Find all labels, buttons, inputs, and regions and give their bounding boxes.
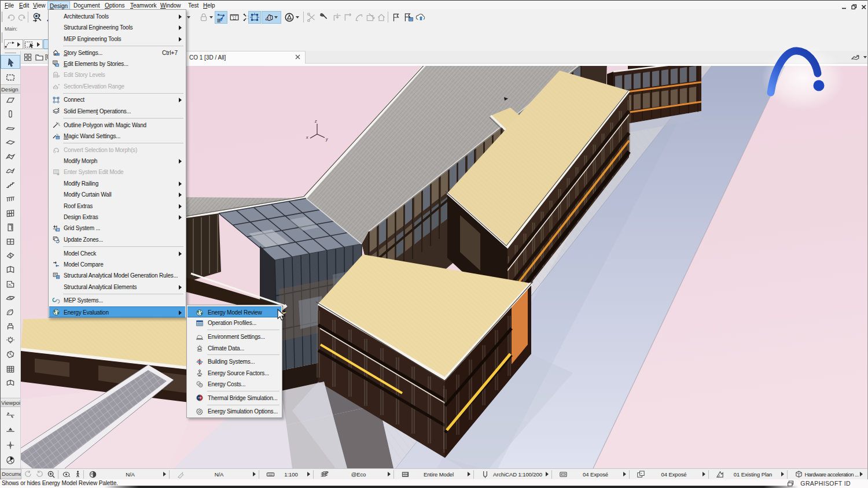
menubar-item-edit[interactable]: Edit [17, 1, 31, 10]
tool-lamp[interactable] [5, 335, 16, 346]
quickbar-structure-display-value[interactable]: Entire Model [410, 471, 468, 478]
close-button[interactable] [861, 2, 867, 8]
transform-dropdown-button[interactable] [4, 39, 23, 49]
tool-curtain-wall[interactable] [5, 208, 16, 219]
tool-object[interactable] [5, 321, 16, 331]
menu-item-modify-curtain-wall[interactable]: Modify Curtain Wall [49, 189, 185, 200]
submenu-item-energy-costs[interactable]: %Energy Costs... [187, 379, 281, 390]
tool-zone[interactable] [5, 279, 16, 289]
menubar-item-design[interactable]: Design [47, 1, 70, 10]
tool-interior-elevation[interactable] [5, 440, 16, 450]
menubar-item-file[interactable]: File [3, 1, 16, 10]
tool-section[interactable] [5, 410, 16, 420]
tool-marquee[interactable] [5, 72, 16, 83]
tool-stair[interactable] [5, 180, 16, 190]
toolbox-grip[interactable] [5, 53, 16, 53]
toolbar-edit-nodes-button[interactable] [248, 11, 261, 24]
tool-wall[interactable] [5, 95, 16, 105]
menu-item-structural-analytical-model-generation-rules[interactable]: Structural Analytical Model Generation R… [49, 270, 185, 281]
arrow-tool-selected[interactable] [1, 55, 20, 69]
toolbar-find-select-button[interactable] [31, 11, 43, 24]
quickbar-zoom-button[interactable] [47, 470, 56, 479]
dropdown-caret-icon[interactable] [296, 16, 299, 19]
tool-cw-system[interactable] [5, 364, 16, 374]
tab-close-icon[interactable] [295, 54, 300, 61]
tool-column[interactable] [5, 109, 16, 119]
tool-roof[interactable] [5, 151, 16, 162]
quickbar-scale-value[interactable]: 1:100 [275, 471, 307, 478]
menu-item-magic-wand-settings[interactable]: Magic Wand Settings... [49, 131, 185, 142]
submenu-item-energy-simulation-options[interactable]: Energy Simulation Options... [187, 406, 281, 417]
quickbar-renovation-filter-value[interactable]: 01 Existing Plan [724, 471, 781, 478]
tool-opening[interactable] [5, 378, 16, 388]
menu-item-model-check[interactable]: Model Check [49, 248, 185, 259]
quickbar-layer-combination-expand[interactable] [388, 472, 391, 476]
tool-door[interactable] [5, 222, 16, 232]
toolbar-suspend-groups-button[interactable] [215, 11, 227, 24]
menu-item-enter-system-edit-mode[interactable]: Enter System Edit Mode [49, 167, 185, 178]
toolbar-flag-linked-button[interactable] [402, 11, 415, 24]
3d-view-settings-button[interactable] [851, 53, 860, 62]
3d-styles-caret-icon[interactable] [274, 16, 278, 19]
toolbar-flag-button[interactable] [390, 11, 403, 24]
toolbar-ruler12-button[interactable]: 12 [228, 11, 241, 24]
menu-item-modify-morph[interactable]: Modify Morph [49, 156, 185, 167]
quickbar-graphic-override-expand[interactable] [703, 472, 705, 476]
pop-up-navigator-button[interactable] [35, 53, 44, 62]
menu-item-architectural-tools[interactable]: Architectural Tools [49, 11, 185, 22]
toolbox-section-viewpoint[interactable]: Viewpoi [0, 398, 21, 407]
quickbar-scale-expand[interactable] [307, 472, 310, 476]
quickbar-pen-set-expand[interactable] [253, 472, 256, 476]
menu-item-outline-polygon-with-magic-wand[interactable]: Outline Polygon with Magic Wand [49, 120, 185, 131]
submenu-item-energy-model-review[interactable]: Energy Model Review [187, 306, 281, 317]
toolbar-3d-styles-button[interactable] [262, 11, 281, 24]
menu-item-model-compare[interactable]: Model Compare [49, 259, 185, 270]
quickbar-layer-combination-value[interactable]: @Eco [329, 471, 388, 478]
menubar-item-test[interactable]: Test [186, 1, 200, 10]
quickbar-forward-button[interactable] [35, 470, 44, 479]
menu-item-structural-analytical-elements[interactable]: Structural Analytical Elements [49, 282, 185, 293]
tool-corner-window[interactable] [5, 264, 16, 275]
menu-item-update-zones[interactable]: Update Zones... [49, 234, 185, 245]
submenu-item-climate-data[interactable]: Climate Data... [187, 343, 281, 354]
menu-item-section-elevation-range[interactable]: Section/Elevation Range [49, 81, 185, 92]
toolbar-scissors-button[interactable] [306, 11, 318, 24]
quickbar-pen-set-2-expand[interactable] [546, 472, 549, 476]
quickbar-explore-button[interactable] [73, 470, 82, 479]
tool-shell[interactable] [5, 165, 16, 176]
menubar-item-view[interactable]: View [31, 1, 47, 10]
view-settings-caret-icon[interactable] [863, 56, 867, 58]
tool-railing[interactable] [5, 194, 16, 204]
menu-item-story-settings[interactable]: Story Settings...Ctrl+7 [49, 47, 185, 58]
submenu-item-thermal-bridge-simulation[interactable]: Thermal Bridge Simulation... [187, 393, 281, 404]
menu-item-design-extras[interactable]: Design Extras [49, 212, 185, 223]
submenu-item-building-systems[interactable]: Building Systems... [187, 356, 281, 367]
tool-morph[interactable] [5, 349, 16, 360]
quickbar-3d-engine-value[interactable]: Hardware acceleration ... [803, 471, 860, 478]
menu-item-solid-element-operations[interactable]: Solid Element Operations... [49, 106, 185, 117]
quickbar-structure-display-expand[interactable] [468, 472, 470, 476]
quickbar-3d-engine-expand[interactable] [860, 472, 863, 476]
quickbar-pen-set-value[interactable]: N/A [185, 471, 253, 478]
tool-camera-path[interactable] [5, 455, 16, 465]
submenu-item-operation-profiles[interactable]: Operation Profiles... [187, 317, 281, 328]
menu-item-grid-system-[interactable]: Grid System ... [49, 223, 185, 234]
toolbox-section-document[interactable]: Docume [0, 469, 21, 479]
quickbar-back-button[interactable] [24, 470, 32, 479]
quickbar-orbit-button[interactable] [62, 470, 71, 479]
menu-item-roof-extras[interactable]: Roof Extras [49, 201, 185, 212]
quickbar-pen-set-2-value[interactable]: ArchiCAD 1:100/200 [490, 471, 546, 478]
menu-item-edit-elements-by-stories[interactable]: Edit Elements by Stories... [49, 58, 185, 69]
minimize-button[interactable] [841, 2, 847, 8]
tool-beam[interactable] [5, 123, 16, 134]
marquee-dropdown-button[interactable] [24, 39, 43, 49]
menu-item-connect[interactable]: Connect [49, 94, 185, 105]
dropdown-caret-icon[interactable] [209, 16, 213, 19]
menubar-item-document[interactable]: Document [72, 1, 102, 10]
restore-button[interactable] [851, 2, 857, 8]
menu-item-modify-railing[interactable]: Modify Railing [49, 178, 185, 189]
quickbar-renovation-filter-expand[interactable] [781, 472, 784, 476]
quickbar-3d-styles-value[interactable]: N/A [97, 471, 163, 478]
menu-item-mep-engineering-tools[interactable]: MEP Engineering Tools [49, 34, 185, 45]
menubar-item-window[interactable]: Window [159, 1, 183, 10]
